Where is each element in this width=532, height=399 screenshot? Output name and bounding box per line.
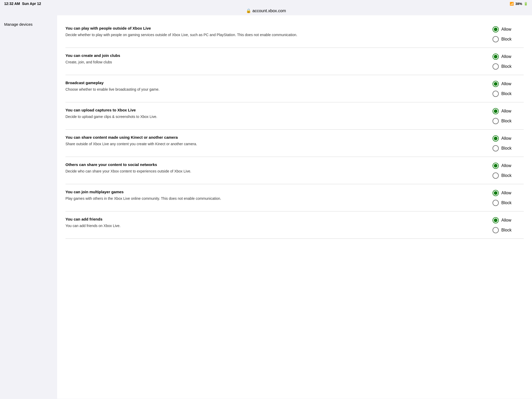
block-label-clubs: Block: [501, 64, 511, 69]
permission-title-kinect-share: You can share content made using Kinect …: [65, 135, 482, 140]
allow-option-upload-captures[interactable]: Allow: [493, 108, 524, 114]
wifi-icon: 📶: [510, 2, 514, 6]
allow-label-add-friends: Allow: [501, 218, 511, 223]
block-radio-broadcast[interactable]: [493, 91, 499, 97]
block-option-add-friends[interactable]: Block: [493, 227, 524, 233]
battery-icon: 🔋: [524, 2, 528, 6]
permission-title-broadcast: Broadcast gameplay: [65, 80, 482, 85]
allow-option-multiplayer[interactable]: Allow: [493, 190, 524, 196]
permission-title-upload-captures: You can upload captures to Xbox Live: [65, 108, 482, 113]
allow-label-kinect-share: Allow: [501, 136, 511, 141]
allow-radio-clubs[interactable]: [493, 54, 499, 60]
allow-label-clubs: Allow: [501, 54, 511, 59]
battery-percentage: 38%: [515, 2, 522, 6]
permission-controls-multiplayer: Allow Block: [493, 189, 524, 206]
permission-controls-add-friends: Allow Block: [493, 217, 524, 233]
allow-radio-multiplayer[interactable]: [493, 190, 499, 196]
block-option-kinect-share[interactable]: Block: [493, 145, 524, 151]
permission-row-multiplayer: You can join multiplayer games Play game…: [65, 184, 524, 211]
block-option-social-share[interactable]: Block: [493, 172, 524, 179]
permission-row-play-outside: You can play with people outside of Xbox…: [65, 21, 524, 48]
url-text: account.xbox.com: [252, 9, 286, 13]
block-radio-clubs[interactable]: [493, 63, 499, 70]
allow-label-multiplayer: Allow: [501, 191, 511, 195]
permission-desc-kinect-share: Share outside of Xbox Live any content y…: [65, 142, 482, 147]
permission-row-broadcast: Broadcast gameplay Choose whether to ena…: [65, 75, 524, 102]
permission-row-kinect-share: You can share content made using Kinect …: [65, 130, 524, 157]
permission-row-social-share: Others can share your content to social …: [65, 157, 524, 184]
allow-radio-broadcast[interactable]: [493, 81, 499, 87]
sidebar-item-manage-devices[interactable]: Manage devices: [0, 19, 57, 29]
permission-text-broadcast: Broadcast gameplay Choose whether to ena…: [65, 80, 493, 92]
permission-title-social-share: Others can share your content to social …: [65, 162, 482, 167]
block-radio-add-friends[interactable]: [493, 227, 499, 233]
lock-icon: 🔒: [246, 9, 252, 13]
allow-label-play-outside: Allow: [501, 27, 511, 32]
block-label-broadcast: Block: [501, 91, 511, 96]
permission-controls-social-share: Allow Block: [493, 162, 524, 179]
block-radio-social-share[interactable]: [493, 172, 499, 179]
permission-controls-broadcast: Allow Block: [493, 80, 524, 97]
permission-desc-multiplayer: Play games with others in the Xbox Live …: [65, 196, 482, 201]
permission-desc-add-friends: You can add friends on Xbox Live.: [65, 223, 482, 229]
allow-radio-play-outside[interactable]: [493, 26, 499, 32]
permission-title-add-friends: You can add friends: [65, 217, 482, 222]
block-label-play-outside: Block: [501, 37, 511, 42]
permission-text-multiplayer: You can join multiplayer games Play game…: [65, 189, 493, 201]
allow-label-social-share: Allow: [501, 163, 511, 168]
block-label-add-friends: Block: [501, 228, 511, 232]
allow-radio-add-friends[interactable]: [493, 217, 499, 223]
block-radio-kinect-share[interactable]: [493, 145, 499, 151]
permission-text-kinect-share: You can share content made using Kinect …: [65, 135, 493, 147]
block-option-play-outside[interactable]: Block: [493, 36, 524, 42]
allow-label-upload-captures: Allow: [501, 109, 511, 114]
permission-row-clubs: You can create and join clubs Create, jo…: [65, 48, 524, 75]
status-time: 12:32 AM Sun Apr 12: [4, 2, 41, 6]
permission-controls-upload-captures: Allow Block: [493, 108, 524, 124]
allow-option-kinect-share[interactable]: Allow: [493, 135, 524, 142]
status-bar: 12:32 AM Sun Apr 12 📶 38% 🔋: [0, 0, 532, 7]
url-bar: 🔒 account.xbox.com: [0, 7, 532, 15]
block-option-multiplayer[interactable]: Block: [493, 200, 524, 206]
status-indicators: 📶 38% 🔋: [510, 2, 528, 6]
allow-option-clubs[interactable]: Allow: [493, 54, 524, 60]
block-label-social-share: Block: [501, 173, 511, 178]
page-layout: Manage devices You can play with people …: [0, 15, 532, 399]
block-option-broadcast[interactable]: Block: [493, 91, 524, 97]
permission-row-upload-captures: You can upload captures to Xbox Live Dec…: [65, 102, 524, 130]
allow-radio-upload-captures[interactable]: [493, 108, 499, 114]
block-label-kinect-share: Block: [501, 146, 511, 151]
permission-desc-play-outside: Decide whether to play with people on ga…: [65, 32, 482, 38]
sidebar: Manage devices: [0, 15, 57, 399]
block-option-clubs[interactable]: Block: [493, 63, 524, 70]
allow-option-play-outside[interactable]: Allow: [493, 26, 524, 32]
permission-text-social-share: Others can share your content to social …: [65, 162, 493, 174]
permission-title-clubs: You can create and join clubs: [65, 53, 482, 58]
allow-option-broadcast[interactable]: Allow: [493, 81, 524, 87]
permission-title-multiplayer: You can join multiplayer games: [65, 189, 482, 195]
permission-title-play-outside: You can play with people outside of Xbox…: [65, 26, 482, 31]
allow-radio-kinect-share[interactable]: [493, 135, 499, 142]
block-radio-upload-captures[interactable]: [493, 118, 499, 124]
permission-row-add-friends: You can add friends You can add friends …: [65, 211, 524, 239]
permission-desc-social-share: Decide who can share your Xbox content t…: [65, 169, 482, 174]
block-radio-multiplayer[interactable]: [493, 200, 499, 206]
permission-text-upload-captures: You can upload captures to Xbox Live Dec…: [65, 108, 493, 119]
allow-option-social-share[interactable]: Allow: [493, 163, 524, 169]
main-content: You can play with people outside of Xbox…: [57, 15, 532, 399]
permission-controls-play-outside: Allow Block: [493, 26, 524, 42]
block-option-upload-captures[interactable]: Block: [493, 118, 524, 124]
permission-text-play-outside: You can play with people outside of Xbox…: [65, 26, 493, 37]
allow-radio-social-share[interactable]: [493, 163, 499, 169]
allow-label-broadcast: Allow: [501, 82, 511, 86]
permission-desc-clubs: Create, join, and follow clubs: [65, 60, 482, 65]
permission-text-clubs: You can create and join clubs Create, jo…: [65, 53, 493, 65]
block-label-upload-captures: Block: [501, 119, 511, 123]
permission-text-add-friends: You can add friends You can add friends …: [65, 217, 493, 228]
block-radio-play-outside[interactable]: [493, 36, 499, 42]
permission-desc-upload-captures: Decide to upload game clips & screenshot…: [65, 114, 482, 119]
allow-option-add-friends[interactable]: Allow: [493, 217, 524, 223]
permission-controls-kinect-share: Allow Block: [493, 135, 524, 151]
permission-desc-broadcast: Choose whether to enable live broadcasti…: [65, 87, 482, 92]
block-label-multiplayer: Block: [501, 201, 511, 205]
